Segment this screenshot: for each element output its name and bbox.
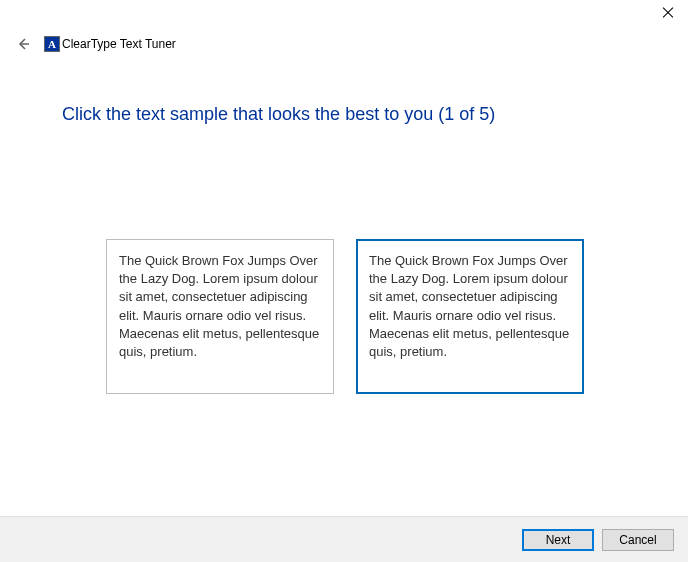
app-icon: A (44, 36, 60, 52)
next-button[interactable]: Next (522, 529, 594, 551)
text-sample-1[interactable]: The Quick Brown Fox Jumps Over the Lazy … (106, 239, 334, 394)
close-icon[interactable] (662, 6, 674, 18)
cancel-button[interactable]: Cancel (602, 529, 674, 551)
back-arrow-icon[interactable] (14, 35, 32, 53)
text-sample-2[interactable]: The Quick Brown Fox Jumps Over the Lazy … (356, 239, 584, 394)
page-heading: Click the text sample that looks the bes… (0, 56, 688, 125)
header-row: A ClearType Text Tuner (0, 32, 688, 56)
window-title: ClearType Text Tuner (62, 37, 176, 51)
titlebar (0, 0, 688, 32)
footer: Next Cancel (0, 516, 688, 562)
text-samples-container: The Quick Brown Fox Jumps Over the Lazy … (0, 125, 688, 394)
